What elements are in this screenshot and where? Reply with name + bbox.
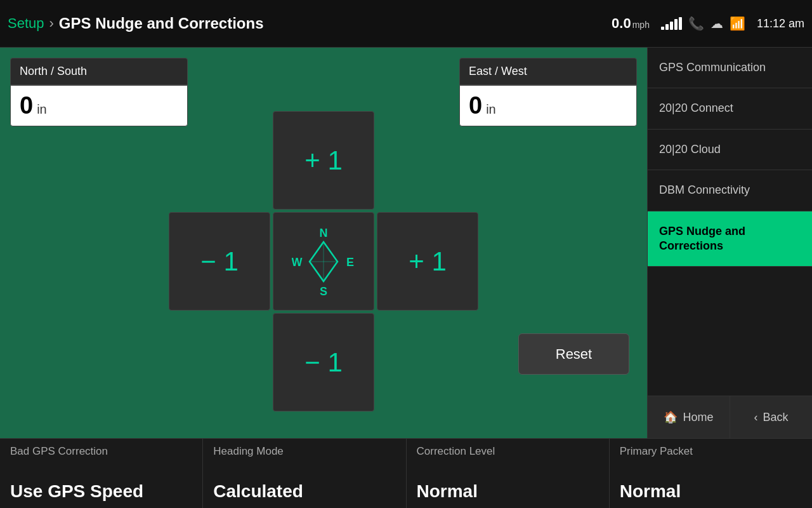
compass-icon: N S W E (292, 227, 355, 297)
nudge-empty-br (377, 313, 478, 411)
svg-text:N: N (320, 227, 328, 239)
svg-text:S: S (320, 285, 327, 297)
ns-value: 0 (20, 92, 33, 119)
time-display: 11:12 am (757, 17, 804, 30)
setup-link[interactable]: Setup (8, 15, 44, 32)
home-icon: 🏠 (664, 410, 678, 424)
nudge-empty-tl (169, 111, 270, 210)
nudge-empty-bl (169, 313, 270, 411)
top-bar: Setup › GPS Nudge and Corrections 0.0mph… (0, 0, 812, 48)
ew-unit: in (486, 102, 496, 117)
primary-packet-label: Primary Packet (620, 445, 802, 458)
nudge-left-button[interactable]: − 1 (169, 212, 270, 311)
svg-text:E: E (346, 256, 354, 269)
status-primary-packet[interactable]: Primary Packet Normal (610, 439, 812, 508)
main-area: North / South 0 in East / West 0 in (0, 48, 812, 438)
sidebar-item-gps-communication[interactable]: GPS Communication (648, 48, 812, 88)
sidebar-item-dbm-connectivity[interactable]: DBM Connectivity (648, 170, 812, 211)
status-heading-mode[interactable]: Heading Mode Calculated (203, 439, 406, 508)
speed-display: 0.0mph (612, 15, 650, 32)
nudge-empty-tr (377, 111, 478, 210)
status-icons: 📞 ☁ 📶 (661, 16, 745, 31)
correction-level-value: Normal (417, 481, 599, 502)
sidebar-item-gps-nudge[interactable]: GPS Nudge and Corrections (648, 211, 812, 267)
heading-mode-value: Calculated (213, 481, 395, 502)
top-bar-right: 0.0mph 📞 ☁ 📶 11:12 am (612, 15, 804, 32)
heading-mode-label: Heading Mode (213, 445, 395, 458)
cloud-icon: ☁ (710, 16, 723, 31)
nudge-right-button[interactable]: + 1 (377, 212, 478, 311)
status-correction-level[interactable]: Correction Level Normal (407, 439, 610, 508)
bottom-bar: Bad GPS Correction Use GPS Speed Heading… (0, 438, 812, 508)
breadcrumb: Setup › GPS Nudge and Corrections (8, 15, 612, 32)
ew-value-box: 0 in (459, 85, 637, 126)
home-button[interactable]: 🏠 Home (648, 396, 730, 438)
ns-unit: in (37, 102, 47, 117)
breadcrumb-separator: › (49, 15, 54, 32)
back-button[interactable]: ‹ Back (730, 396, 812, 438)
reset-button[interactable]: Reset (518, 333, 629, 375)
signal-bars-icon (661, 17, 682, 30)
correction-level-label: Correction Level (417, 445, 599, 458)
bad-gps-value: Use GPS Speed (10, 481, 192, 502)
page-title: GPS Nudge and Corrections (59, 15, 264, 32)
nudge-up-button[interactable]: + 1 (273, 111, 374, 210)
ew-label: East / West (459, 58, 637, 85)
sidebar: GPS Communication 20|20 Connect 20|20 Cl… (647, 48, 812, 438)
wifi-icon: 📶 (730, 16, 745, 31)
north-south-group: North / South 0 in (10, 58, 188, 126)
nudge-area: + 1 − 1 N S W (169, 111, 478, 411)
nudge-compass-center: N S W E (273, 212, 374, 311)
svg-text:W: W (292, 256, 303, 269)
content-area: North / South 0 in East / West 0 in (0, 48, 647, 438)
phone-icon: 📞 (688, 16, 704, 31)
nudge-down-button[interactable]: − 1 (273, 313, 374, 411)
sidebar-item-2020-cloud[interactable]: 20|20 Cloud (648, 130, 812, 170)
ns-label: North / South (10, 58, 188, 85)
ns-value-box: 0 in (10, 85, 188, 126)
east-west-group: East / West 0 in (459, 58, 637, 126)
status-bad-gps[interactable]: Bad GPS Correction Use GPS Speed (0, 439, 203, 508)
nudge-grid: + 1 − 1 N S W (169, 111, 478, 411)
sidebar-footer: 🏠 Home ‹ Back (648, 396, 812, 438)
sidebar-item-2020-connect[interactable]: 20|20 Connect (648, 88, 812, 129)
bad-gps-label: Bad GPS Correction (10, 445, 192, 458)
back-arrow-icon: ‹ (754, 411, 757, 424)
primary-packet-value: Normal (620, 481, 802, 502)
